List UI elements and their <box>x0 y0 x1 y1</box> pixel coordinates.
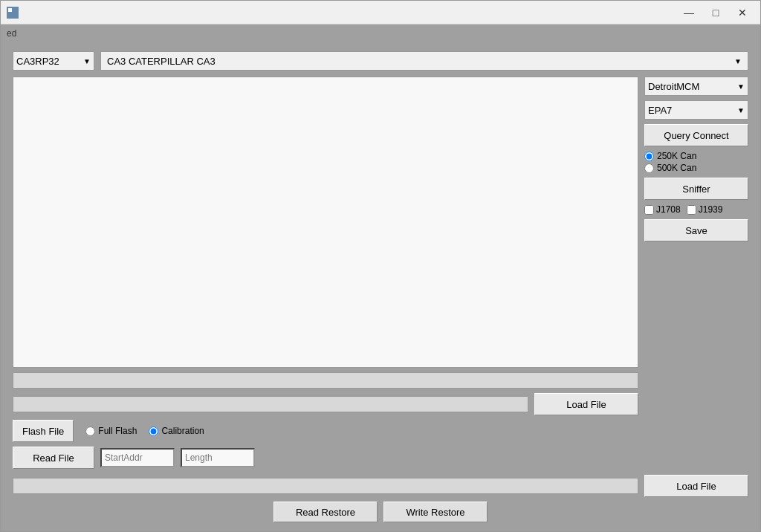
close-button[interactable]: ✕ <box>731 4 754 22</box>
dropdown-ca3rp32[interactable]: CA3RP32 ▼ <box>13 51 94 71</box>
dropdown-main-value: CA3 CATERPILLAR CA3 <box>107 56 216 67</box>
flash-options: Full Flash Calibration <box>85 426 204 436</box>
start-addr-input[interactable] <box>100 448 175 467</box>
full-flash-label[interactable]: Full Flash <box>98 426 137 436</box>
file-path-bar <box>13 396 528 412</box>
chevron-down-icon-4: ▼ <box>737 106 745 114</box>
bottom-section: Load File Read Restore Write Restore <box>13 475 748 522</box>
dropdown-detroitmcm[interactable]: DetroitMCM ▼ <box>644 77 748 96</box>
full-flash-radio[interactable] <box>85 426 95 436</box>
read-restore-button[interactable]: Read Restore <box>273 502 378 522</box>
flash-file-button[interactable]: Flash File <box>13 420 74 442</box>
read-file-button[interactable]: Read File <box>13 447 94 469</box>
dropdown-ca3rp32-value: CA3RP32 <box>16 56 59 67</box>
window-controls: — □ ✕ <box>677 4 754 22</box>
sniffer-button[interactable]: Sniffer <box>644 178 748 200</box>
length-input[interactable] <box>181 448 255 467</box>
load-file-button-bottom[interactable]: Load File <box>644 475 748 497</box>
dropdown-epa7-value: EPA7 <box>648 105 672 116</box>
radio-500k-label[interactable]: 500K Can <box>657 163 696 173</box>
calibration-option: Calibration <box>149 426 204 436</box>
main-window: — □ ✕ ed CA3RP32 ▼ CA3 CATERPILLAR CA3 ▼ <box>0 0 761 532</box>
calibration-label[interactable]: Calibration <box>161 426 204 436</box>
maximize-button[interactable]: □ <box>704 4 728 22</box>
radio-500k: 500K Can <box>644 163 748 173</box>
chevron-down-icon-2: ▼ <box>734 57 742 65</box>
restore-btn-row: Read Restore Write Restore <box>13 502 748 522</box>
left-section: Load File Flash File Full Flash Calibrat… <box>13 77 638 469</box>
full-flash-option: Full Flash <box>85 426 137 436</box>
log-text-area[interactable] <box>13 77 638 368</box>
query-connect-button[interactable]: Query Connect <box>644 124 748 146</box>
minimize-button[interactable]: — <box>677 4 701 22</box>
status-text: ed <box>7 28 16 39</box>
j1708-label[interactable]: J1708 <box>656 204 681 215</box>
checkbox-j1708-item: J1708 <box>644 204 681 215</box>
save-button[interactable]: Save <box>644 219 748 241</box>
titlebar: — □ ✕ <box>1 1 760 25</box>
radio-250k: 250K Can <box>644 151 748 161</box>
chevron-down-icon-3: ▼ <box>737 82 745 91</box>
checkbox-row: J1708 J1939 <box>644 204 748 215</box>
can-radio-group: 250K Can 500K Can <box>644 151 748 173</box>
middle-section: Load File Flash File Full Flash Calibrat… <box>13 77 748 469</box>
main-content: CA3RP32 ▼ CA3 CATERPILLAR CA3 ▼ <box>1 42 760 531</box>
status-bar: ed <box>1 25 760 42</box>
dropdown-main[interactable]: CA3 CATERPILLAR CA3 ▼ <box>100 51 748 71</box>
radio-250k-input[interactable] <box>644 152 654 161</box>
j1939-checkbox[interactable] <box>687 205 696 215</box>
top-row: CA3RP32 ▼ CA3 CATERPILLAR CA3 ▼ <box>13 51 748 71</box>
radio-250k-label[interactable]: 250K Can <box>657 151 696 161</box>
app-icon <box>7 7 19 19</box>
file-bar-row: Load File <box>13 393 638 415</box>
restore-row: Load File <box>13 475 748 497</box>
j1939-label[interactable]: J1939 <box>699 204 723 215</box>
calibration-radio[interactable] <box>149 426 158 436</box>
chevron-down-icon: ▼ <box>83 57 91 65</box>
progress-bar <box>13 372 638 389</box>
write-restore-button[interactable]: Write Restore <box>383 502 488 522</box>
j1708-checkbox[interactable] <box>644 205 654 215</box>
svg-rect-1 <box>8 8 12 12</box>
right-panel: DetroitMCM ▼ EPA7 ▼ Query Connect 250K C… <box>644 77 748 469</box>
dropdown-epa7[interactable]: EPA7 ▼ <box>644 100 748 120</box>
checkbox-j1939-item: J1939 <box>687 204 723 215</box>
restore-file-bar <box>13 478 638 494</box>
dropdown-detroitmcm-value: DetroitMCM <box>648 81 699 92</box>
load-file-button-top[interactable]: Load File <box>534 393 638 415</box>
flash-row: Flash File Full Flash Calibration <box>13 420 638 442</box>
read-row: Read File <box>13 447 638 469</box>
radio-500k-input[interactable] <box>644 163 654 173</box>
